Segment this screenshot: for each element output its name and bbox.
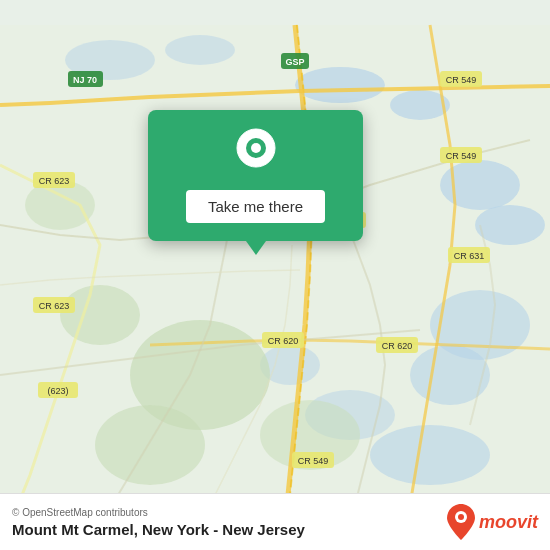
bottom-bar: © OpenStreetMap contributors Mount Mt Ca… [0,493,550,550]
svg-text:GSP: GSP [285,57,304,67]
svg-point-13 [95,405,205,485]
moovit-text: moovit [479,512,538,533]
map-pin-icon [236,128,276,180]
moovit-logo: moovit [447,504,538,540]
svg-point-3 [295,67,385,103]
svg-point-2 [475,205,545,245]
map-background: NJ 70 NJ 70 GSP CR 549 CR 549 CR 623 CR … [0,0,550,550]
map-container: NJ 70 NJ 70 GSP CR 549 CR 549 CR 623 CR … [0,0,550,550]
svg-text:CR 549: CR 549 [446,151,477,161]
moovit-icon [447,504,475,540]
svg-text:CR 620: CR 620 [268,336,299,346]
location-icon-wrapper [230,128,282,180]
svg-point-47 [458,514,464,520]
osm-attribution: © OpenStreetMap contributors [12,507,305,518]
svg-text:(623): (623) [47,386,68,396]
bottom-bar-left: © OpenStreetMap contributors Mount Mt Ca… [12,507,305,538]
svg-text:NJ 70: NJ 70 [73,75,97,85]
take-me-there-button[interactable]: Take me there [186,190,325,223]
svg-text:CR 549: CR 549 [446,75,477,85]
svg-point-9 [370,425,490,485]
svg-point-11 [165,35,235,65]
svg-text:CR 631: CR 631 [454,251,485,261]
location-title: Mount Mt Carmel, New York - New Jersey [12,521,305,538]
popup-card: Take me there [148,110,363,241]
svg-text:CR 620: CR 620 [382,341,413,351]
svg-text:CR 623: CR 623 [39,301,70,311]
svg-text:CR 549: CR 549 [298,456,329,466]
svg-text:CR 623: CR 623 [39,176,70,186]
svg-point-15 [60,285,140,345]
